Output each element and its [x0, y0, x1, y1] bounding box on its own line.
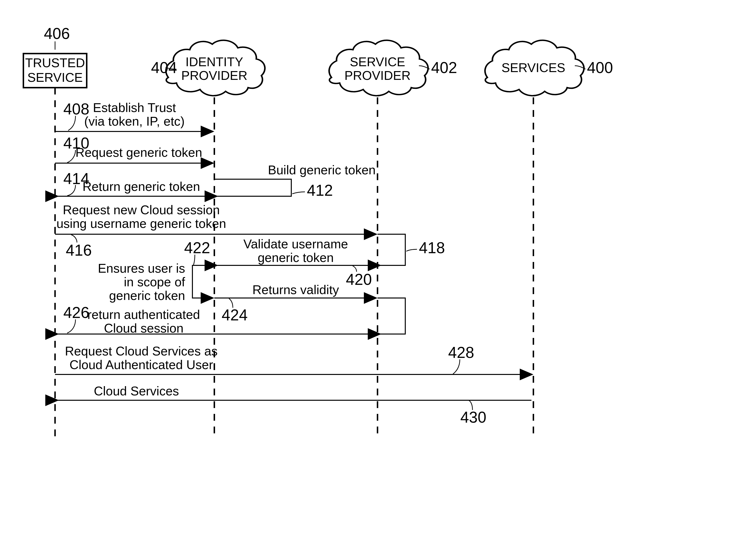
svg-text:generic token: generic token	[109, 289, 185, 303]
lane-identity-provider: IDENTITY PROVIDER	[166, 40, 265, 96]
trusted-service-line1: TRUSTED	[25, 56, 85, 70]
svg-text:Build generic token: Build generic token	[268, 163, 376, 177]
ref-420: 420	[346, 271, 372, 288]
ref-418: 418	[419, 239, 445, 257]
svg-text:Request new Cloud session: Request new Cloud session	[63, 203, 220, 217]
sp-return-loop	[378, 298, 405, 334]
svg-text:Establish Trust: Establish Trust	[93, 100, 176, 115]
svg-text:(via token, IP, etc): (via token, IP, etc)	[84, 114, 185, 128]
lane-services: SERVICES	[485, 40, 584, 96]
step-430: Cloud Services 430	[57, 384, 531, 426]
step-424: Returns validity 424	[214, 283, 376, 324]
identity-provider-line2: PROVIDER	[181, 68, 247, 82]
ref-402: 402	[431, 59, 457, 76]
step-412: Build generic token 412	[214, 163, 376, 199]
svg-text:Ensures user is: Ensures user is	[98, 261, 185, 275]
svg-text:Request Cloud Services as: Request Cloud Services as	[65, 344, 218, 358]
step-420: Validate username generic token 420	[216, 237, 376, 288]
trusted-service-line2: SERVICE	[27, 70, 82, 84]
lane-trusted-service: TRUSTED SERVICE 406	[23, 25, 87, 438]
ref-412: 412	[307, 182, 333, 199]
ref-406: 406	[44, 25, 70, 42]
step-418: 418	[378, 234, 445, 265]
svg-text:using username generic token: using username generic token	[57, 216, 226, 230]
step-414: Return generic token 414	[57, 170, 213, 196]
svg-text:in scope of: in scope of	[124, 275, 185, 289]
svg-text:Returns validity: Returns validity	[252, 283, 339, 297]
ref-414: 414	[63, 170, 89, 188]
step-408: Establish Trust (via token, IP, etc) 408	[55, 100, 213, 131]
svg-text:return authenticated: return authenticated	[87, 308, 200, 322]
identity-provider-line1: IDENTITY	[186, 55, 243, 69]
svg-text:Cloud Services: Cloud Services	[94, 384, 179, 398]
ref-410: 410	[63, 134, 89, 152]
svg-text:Return generic token: Return generic token	[82, 180, 200, 194]
ref-430: 430	[460, 409, 486, 426]
sequence-diagram: TRUSTED SERVICE 406 IDENTITY PROVIDER 40…	[0, 0, 756, 540]
services-line1: SERVICES	[502, 61, 565, 75]
step-410: Request generic token 410	[55, 134, 213, 163]
svg-text:generic token: generic token	[258, 250, 334, 265]
service-provider-line2: PROVIDER	[344, 68, 411, 82]
svg-text:Validate username: Validate username	[243, 237, 348, 251]
ref-428: 428	[448, 344, 474, 361]
ref-400: 400	[587, 59, 613, 76]
step-428: Request Cloud Services as Cloud Authenti…	[55, 344, 531, 374]
ref-422: 422	[184, 239, 210, 257]
ref-408: 408	[63, 100, 89, 118]
step-422: Ensures user is in scope of generic toke…	[98, 239, 214, 303]
service-provider-line1: SERVICE	[350, 55, 405, 69]
svg-text:Cloud Authenticated User: Cloud Authenticated User	[70, 358, 213, 372]
ref-426: 426	[63, 304, 89, 321]
ref-416: 416	[66, 241, 92, 259]
step-426: return authenticated Cloud session 426	[57, 304, 376, 335]
svg-text:Cloud session: Cloud session	[104, 321, 184, 335]
ref-404: 404	[151, 59, 177, 76]
lane-service-provider: SERVICE PROVIDER	[329, 40, 428, 96]
ref-424: 424	[222, 306, 248, 324]
svg-text:Request generic token: Request generic token	[76, 145, 202, 160]
